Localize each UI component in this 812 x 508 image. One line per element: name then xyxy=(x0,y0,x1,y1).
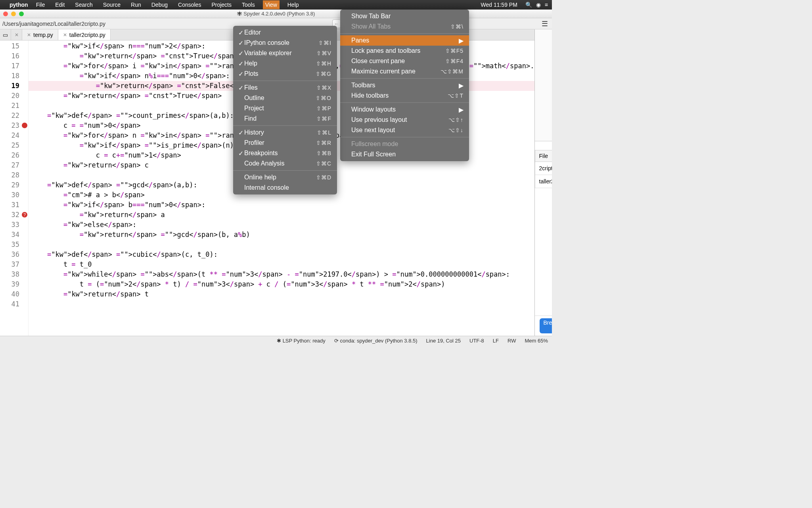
panes-menu-item[interactable]: ✓Editor xyxy=(233,27,337,38)
panes-menu-item[interactable]: Outline⇧⌘O xyxy=(233,93,337,103)
tab-label: taller2cripto.py xyxy=(69,32,105,38)
line-number[interactable]: 32 xyxy=(0,210,28,220)
panes-menu-item[interactable]: Find⇧⌘F xyxy=(233,114,337,124)
line-number[interactable]: 22 xyxy=(0,111,28,121)
app-name[interactable]: python xyxy=(10,2,28,8)
browse-tabs-icon[interactable]: ▭ xyxy=(0,29,11,40)
line-number[interactable]: 24 xyxy=(0,131,28,140)
line-number[interactable]: 37 xyxy=(0,260,28,269)
code-line[interactable]: t = (="num">2</span> * t) / ="num">3</sp… xyxy=(29,279,534,289)
minimize-window-button[interactable] xyxy=(11,12,16,16)
code-line[interactable]: t = t_0 xyxy=(29,260,534,269)
status-conda[interactable]: ⟳ conda: spyder_dev (Python 3.8.5) xyxy=(334,338,417,344)
line-number[interactable]: 15 xyxy=(0,41,28,51)
zoom-window-button[interactable] xyxy=(19,12,24,16)
close-tab-icon[interactable]: ✕ xyxy=(27,32,31,38)
code-line[interactable]: ="kw">return</span> ="">gcd</span>(b, a%… xyxy=(29,230,534,240)
siri-icon[interactable]: ◉ xyxy=(536,2,541,8)
bp-row[interactable]: 2cripto.py23 xyxy=(535,162,552,175)
editor-tab[interactable]: ✕taller2cripto.py xyxy=(58,29,111,40)
code-line[interactable]: ="kw">return</span> t xyxy=(29,289,534,299)
view-menu-item[interactable]: Hide toolbars⌥⇧T xyxy=(340,90,469,101)
line-number[interactable]: 27 xyxy=(0,160,28,170)
line-number[interactable]: 25 xyxy=(0,140,28,150)
line-number[interactable]: 39 xyxy=(0,279,28,289)
bp-row[interactable]: taller2cripto.py32a>0 xyxy=(535,175,552,188)
line-number[interactable]: 19 xyxy=(0,81,28,91)
line-number[interactable]: 28 xyxy=(0,170,28,180)
panes-menu-item[interactable]: ✓Variable explorer⇧⌘V xyxy=(233,48,337,58)
status-encoding[interactable]: UTF-8 xyxy=(469,338,484,344)
close-tab-icon[interactable]: ✕ xyxy=(63,32,67,38)
close-window-button[interactable] xyxy=(3,12,8,16)
line-number[interactable]: 16 xyxy=(0,51,28,61)
view-menu-item[interactable]: Exit Full Screen xyxy=(340,149,469,160)
status-eol[interactable]: LF xyxy=(493,338,499,344)
line-gutter[interactable]: 1516171819202122232425262728293031323334… xyxy=(0,40,29,336)
panes-menu-item[interactable]: Internal console xyxy=(233,183,337,193)
line-number[interactable]: 18 xyxy=(0,71,28,81)
panes-menu-item[interactable]: ✓Help⇧⌘H xyxy=(233,58,337,69)
menu-projects[interactable]: Projects xyxy=(209,0,234,9)
panes-menu-item[interactable]: ✓Breakpoints⇧⌘B xyxy=(233,148,337,158)
panes-menu-item[interactable]: ✓Plots⇧⌘G xyxy=(233,69,337,79)
line-number[interactable]: 40 xyxy=(0,289,28,299)
code-line[interactable] xyxy=(29,299,534,309)
menu-source[interactable]: Source xyxy=(101,0,123,9)
code-line[interactable]: ="kw">while</span> ="">abs</span>(t ** =… xyxy=(29,269,534,279)
view-menu-item[interactable]: Panes▶ xyxy=(340,35,469,46)
bp-header[interactable]: File xyxy=(535,150,552,162)
line-number[interactable]: 17 xyxy=(0,61,28,71)
view-menu-item[interactable]: Window layouts▶ xyxy=(340,104,469,115)
view-menu-item[interactable]: Show Tab Bar xyxy=(340,11,469,21)
panes-menu-item[interactable]: ✓IPython console⇧⌘I xyxy=(233,38,337,48)
status-lsp[interactable]: ✱ LSP Python: ready xyxy=(277,338,326,344)
line-number[interactable]: 30 xyxy=(0,190,28,200)
menu-view[interactable]: View xyxy=(263,0,280,9)
view-menu-item[interactable]: Lock panes and toolbars⇧⌘F5 xyxy=(340,46,469,56)
line-number[interactable]: 41 xyxy=(0,299,28,309)
line-number[interactable]: 29 xyxy=(0,180,28,190)
line-number[interactable]: 38 xyxy=(0,269,28,279)
view-menu-item[interactable]: Use previous layout⌥⇧↑ xyxy=(340,115,469,125)
line-number[interactable]: 26 xyxy=(0,150,28,160)
view-menu-item[interactable]: Use next layout⌥⇧↓ xyxy=(340,125,469,135)
panes-menu-item[interactable]: Project⇧⌘P xyxy=(233,103,337,114)
menu-tools[interactable]: Tools xyxy=(239,0,257,9)
line-number[interactable]: 33 xyxy=(0,220,28,230)
pane-tab[interactable]: Breakpoints xyxy=(540,318,552,333)
menu-search[interactable]: Search xyxy=(73,0,95,9)
code-line[interactable]: ="kw">else</span>: xyxy=(29,220,534,230)
view-menu-item[interactable]: Maximize current pane⌥⇧⌘M xyxy=(340,66,469,77)
code-line[interactable] xyxy=(29,240,534,250)
code-line[interactable]: ="kw">def</span> ="">cubic</span>(c, t_0… xyxy=(29,250,534,260)
panes-menu-item[interactable]: Profiler⇧⌘R xyxy=(233,138,337,148)
menu-file[interactable]: File xyxy=(34,0,48,9)
panes-menu-item[interactable]: Code Analysis⇧⌘C xyxy=(233,158,337,169)
line-number[interactable]: 34 xyxy=(0,230,28,240)
view-menu-dropdown: Show Tab BarShow All Tabs⇧⌘\Panes▶Lock p… xyxy=(340,10,469,161)
spotlight-icon[interactable]: 🔍 xyxy=(525,2,532,8)
code-line[interactable]: ="kw">return</span> a xyxy=(29,210,534,220)
menu-help[interactable]: Help xyxy=(285,0,301,9)
panes-menu-item[interactable]: Online help⇧⌘D xyxy=(233,172,337,183)
view-menu-item[interactable]: Toolbars▶ xyxy=(340,80,469,90)
menu-debug[interactable]: Debug xyxy=(149,0,170,9)
line-number[interactable]: 36 xyxy=(0,250,28,260)
line-number[interactable]: 31 xyxy=(0,200,28,210)
panes-menu-item[interactable]: ✓Files⇧⌘X xyxy=(233,83,337,93)
code-line[interactable]: ="kw">if</span> b==="num">0</span>: xyxy=(29,200,534,210)
menu-run[interactable]: Run xyxy=(128,0,144,9)
line-number[interactable]: 21 xyxy=(0,101,28,111)
line-number[interactable]: 23 xyxy=(0,121,28,131)
tab-close-icon[interactable]: ✕ xyxy=(11,29,22,40)
line-number[interactable]: 35 xyxy=(0,240,28,250)
view-menu-item[interactable]: Close current pane⇧⌘F4 xyxy=(340,56,469,66)
menu-edit[interactable]: Edit xyxy=(53,0,67,9)
notification-center-icon[interactable]: ≡ xyxy=(545,2,548,8)
line-number[interactable]: 20 xyxy=(0,91,28,101)
panes-menu-item[interactable]: ✓History⇧⌘L xyxy=(233,127,337,138)
menu-consoles[interactable]: Consoles xyxy=(176,0,203,9)
editor-tab[interactable]: ✕temp.py xyxy=(22,29,58,40)
options-icon[interactable]: ☰ xyxy=(542,19,548,28)
